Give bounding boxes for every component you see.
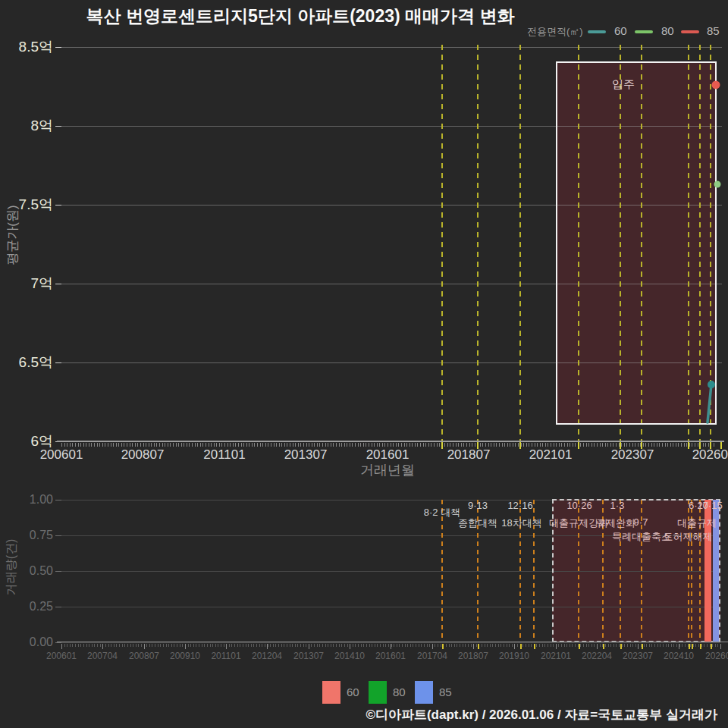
x-minor-tick bbox=[151, 443, 152, 447]
x-label-tick bbox=[597, 644, 598, 649]
x-minor-tick bbox=[158, 644, 158, 647]
y-tick-label: 7억 bbox=[0, 275, 53, 292]
x-tick-label: 202410 bbox=[664, 651, 694, 661]
x-minor-tick bbox=[160, 644, 161, 647]
x-minor-tick bbox=[449, 644, 450, 647]
x-minor-tick bbox=[70, 644, 71, 647]
x-minor-tick bbox=[187, 443, 187, 447]
x-minor-tick bbox=[391, 443, 391, 447]
x-minor-tick bbox=[405, 644, 406, 647]
y-axis-tick bbox=[55, 571, 61, 572]
x-tick-label: 200807 bbox=[121, 447, 165, 463]
x-minor-tick bbox=[444, 443, 445, 447]
x-minor-tick bbox=[416, 644, 416, 647]
x-minor-tick bbox=[166, 644, 167, 647]
x-label-tick bbox=[514, 644, 515, 649]
x-minor-tick bbox=[254, 443, 255, 447]
x-minor-tick bbox=[182, 644, 183, 647]
x-minor-tick bbox=[89, 443, 89, 447]
x-minor-tick bbox=[284, 443, 285, 447]
x-minor-tick bbox=[504, 443, 505, 447]
x-minor-tick bbox=[262, 644, 262, 647]
x-minor-tick bbox=[193, 644, 194, 647]
x-minor-tick bbox=[284, 644, 284, 647]
x-minor-tick bbox=[646, 644, 647, 647]
x-minor-tick bbox=[515, 443, 516, 447]
x-minor-tick bbox=[293, 443, 293, 447]
x-minor-tick bbox=[463, 443, 464, 447]
x-minor-tick bbox=[597, 443, 598, 447]
x-minor-tick bbox=[251, 644, 252, 647]
x-minor-tick bbox=[434, 443, 435, 447]
legend-label-80: 80 bbox=[393, 686, 406, 698]
x-minor-tick bbox=[292, 644, 293, 647]
x-minor-tick bbox=[567, 443, 568, 447]
x-minor-tick bbox=[243, 443, 244, 447]
x-minor-tick bbox=[624, 644, 625, 647]
x-minor-tick bbox=[331, 644, 331, 647]
x-minor-tick bbox=[502, 443, 503, 447]
x-minor-tick bbox=[83, 443, 84, 447]
x-minor-tick bbox=[600, 443, 601, 447]
x-minor-tick bbox=[374, 443, 375, 447]
x-policy-tick bbox=[579, 644, 580, 649]
x-minor-tick bbox=[366, 443, 366, 447]
x-minor-tick bbox=[149, 644, 150, 647]
x-minor-tick bbox=[241, 443, 242, 447]
x-axis-line bbox=[57, 642, 728, 642]
x-minor-tick bbox=[133, 644, 133, 647]
policy-annotation-date: 9·13 bbox=[468, 500, 488, 511]
x-minor-tick bbox=[431, 443, 431, 447]
x-minor-tick bbox=[471, 644, 472, 647]
x-policy-tick bbox=[578, 442, 579, 449]
policy-annotation-date: 9·7 bbox=[634, 516, 648, 528]
x-minor-tick bbox=[190, 644, 191, 647]
x-minor-tick bbox=[113, 443, 114, 447]
x-minor-tick bbox=[235, 443, 236, 447]
x-tick-label: 202307 bbox=[611, 447, 654, 463]
y-axis-tick bbox=[55, 607, 61, 607]
x-minor-tick bbox=[553, 644, 554, 647]
policy-line bbox=[441, 45, 443, 441]
x-minor-tick bbox=[517, 644, 518, 647]
x-minor-tick bbox=[684, 443, 685, 447]
x-minor-tick bbox=[314, 644, 315, 647]
x-axis-line bbox=[57, 441, 724, 442]
x-minor-tick bbox=[437, 443, 438, 447]
x-minor-tick bbox=[659, 443, 660, 447]
x-minor-tick bbox=[401, 443, 402, 447]
x-minor-tick bbox=[708, 443, 709, 447]
x-minor-tick bbox=[613, 644, 614, 647]
x-minor-tick bbox=[575, 644, 576, 647]
x-minor-tick bbox=[668, 644, 669, 647]
x-minor-tick bbox=[124, 644, 125, 647]
x-minor-tick bbox=[80, 644, 81, 647]
x-minor-tick bbox=[270, 644, 271, 647]
x-minor-tick bbox=[240, 644, 240, 647]
x-minor-tick bbox=[447, 443, 448, 447]
x-minor-tick bbox=[287, 644, 287, 647]
x-minor-tick bbox=[177, 644, 177, 647]
x-minor-tick bbox=[454, 644, 455, 647]
x-minor-tick bbox=[325, 644, 326, 647]
x-minor-tick bbox=[531, 644, 532, 647]
x-label-tick bbox=[638, 644, 639, 649]
x-policy-tick bbox=[711, 644, 712, 649]
x-minor-tick bbox=[105, 644, 106, 647]
x-minor-tick bbox=[306, 443, 307, 447]
x-minor-tick bbox=[686, 443, 687, 447]
x-minor-tick bbox=[86, 644, 87, 647]
x-minor-tick bbox=[495, 644, 496, 647]
x-minor-tick bbox=[215, 644, 216, 647]
y-tick-label: 8억 bbox=[0, 118, 53, 134]
x-minor-tick bbox=[341, 644, 342, 647]
x-minor-tick bbox=[482, 644, 482, 647]
x-minor-tick bbox=[379, 443, 380, 447]
x-minor-tick bbox=[170, 443, 171, 447]
x-minor-tick bbox=[588, 443, 589, 447]
x-minor-tick bbox=[586, 443, 587, 447]
x-minor-tick bbox=[290, 443, 290, 447]
x-minor-tick bbox=[412, 443, 413, 447]
x-minor-tick bbox=[419, 644, 419, 647]
x-policy-tick bbox=[688, 442, 689, 449]
